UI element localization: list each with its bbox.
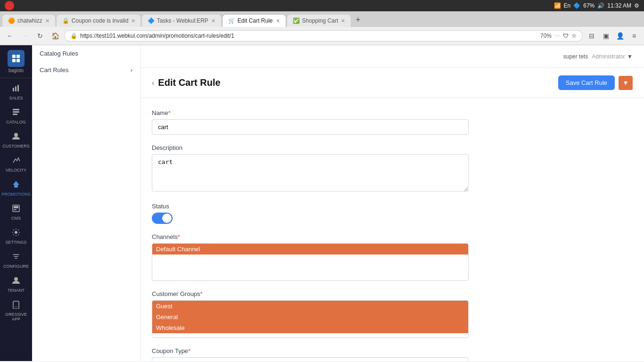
tab-label-shopping-cart: Shopping Cart [302,17,339,24]
tab-icon-coupon: 🔒 [62,17,69,24]
svg-rect-11 [14,185,18,188]
url-text: https://test101.webkul.com/admin/promoti… [80,33,537,39]
tab-close-coupon[interactable]: ✕ [131,18,135,24]
channels-multiselect[interactable]: Default Channel [152,243,469,281]
settings-label: SETTINGS [5,240,26,245]
sidebar-item-sales[interactable]: SALES [2,80,30,104]
menu-icon[interactable]: ≡ [628,30,640,42]
sidebar-item-tenant[interactable]: TENANT [2,272,30,296]
promotions-label: PROMOTIONS [1,192,31,197]
browser-toolbar-icons: ⊟ ▣ 👤 ≡ [586,30,640,42]
url-bar[interactable]: 🔒 https://test101.webkul.com/admin/promo… [64,30,583,41]
tab-close-edit-cart-rule[interactable]: ✕ [276,18,280,24]
status-toggle[interactable] [152,213,173,224]
coupon-type-select[interactable]: No Coupon Specific Coupon [152,357,469,361]
wifi-icon: 📶 [554,2,561,9]
tenant-icon [12,276,20,287]
tab-tasks[interactable]: 🔷 Tasks - Webkul:ERP ✕ [141,14,222,27]
svg-point-18 [16,306,17,307]
customer-group-wholesale[interactable]: Wholesale [152,322,468,333]
svg-rect-14 [14,209,17,210]
nav-item-catalog-rules[interactable]: Catalog Rules [32,45,140,62]
tab-close-tasks[interactable]: ✕ [211,18,215,24]
tab-label-edit-cart-rule: Edit Cart Rule [238,17,273,24]
coupon-type-label: Coupon Type* [152,347,469,354]
customer-groups-multiselect[interactable]: Guest General Wholesale [152,300,469,338]
tab-edit-cart-rule[interactable]: 🛒 Edit Cart Rule ✕ [222,14,286,27]
svg-rect-0 [12,55,16,58]
tab-label-coupon: Coupon code is invalid [72,17,129,24]
back-nav-button[interactable]: ← [4,30,16,42]
customer-group-general[interactable]: General [152,312,468,322]
profile-icon[interactable]: 👤 [614,30,626,42]
name-input[interactable] [152,119,469,135]
tab-label-chatwhizz: chatwhizz [17,17,42,24]
velocity-label: VELOCITY [6,168,27,173]
save-cart-rule-button[interactable]: Save Cart Rule [558,75,615,90]
home-button[interactable]: 🏠 [49,30,61,42]
address-bar: ← → ↻ 🏠 🔒 https://test101.webkul.com/adm… [0,27,644,45]
nav-sidebar: Catalog Rules Cart Rules › [32,45,140,361]
sidebar-item-configure[interactable]: CONFIGURE [2,248,30,272]
svg-rect-6 [17,85,19,91]
tenant-label: TENANT [8,288,25,293]
svg-point-10 [14,133,18,137]
pwa-label: GRESSIVE APP [4,312,28,321]
back-button[interactable]: ‹ [152,79,154,87]
svg-rect-13 [14,206,18,208]
user-menu[interactable]: super tets Administrator ▼ [563,53,633,60]
sidebar-item-customers[interactable]: CUSTOMERS [2,128,30,152]
velocity-icon [12,156,20,167]
settings-sidebar-icon [12,228,20,239]
page-header-left: ‹ Edit Cart Rule [152,77,221,88]
svg-rect-7 [13,109,19,110]
user-role: Administrator [592,53,625,60]
sidebar-item-settings[interactable]: SETTINGS [2,224,30,248]
channel-option-default[interactable]: Default Channel [152,244,468,255]
svg-point-16 [14,277,18,281]
tab-close-shopping-cart[interactable]: ✕ [341,18,345,24]
dropdown-toggle[interactable]: ▾ [619,76,633,90]
svg-rect-9 [13,114,17,115]
channels-label: Channels* [152,233,469,240]
sidebar-item-velocity[interactable]: VELOCITY [2,152,30,176]
sidebar-item-catalog[interactable]: CATALOG [2,104,30,128]
description-field-group: Description cart [152,144,469,193]
status-label: Status [152,203,469,210]
status-field-group: Status [152,203,469,224]
channels-field-group: Channels* Default Channel [152,233,469,281]
nav-item-cart-rules[interactable]: Cart Rules › [32,62,140,78]
page-header: ‹ Edit Cart Rule Save Cart Rule ▾ [140,68,644,98]
collections-icon[interactable]: ⊟ [586,30,598,42]
main-layout: bagisto SALES CATALOG [0,45,644,361]
battery-indicator: 67% [583,2,594,9]
forward-nav-button[interactable]: → [19,30,31,42]
reload-button[interactable]: ↻ [34,30,46,42]
description-textarea[interactable]: cart [152,154,469,192]
app-logo-icon [8,50,25,67]
configure-icon [12,252,20,263]
svg-rect-1 [17,55,20,58]
clock: 11:32 AM [607,2,631,9]
description-label: Description [152,144,469,151]
sidebar-item-promotions[interactable]: PROMOTIONS [2,176,30,200]
configure-label: CONFIGURE [3,264,29,269]
main-content: super tets Administrator ▼ ‹ Edit Cart R… [140,45,644,361]
tab-shopping-cart[interactable]: ✅ Shopping Cart ✕ [287,14,352,27]
customer-group-guest[interactable]: Guest [152,301,468,312]
svg-rect-3 [17,59,20,62]
page-header-right: Save Cart Rule ▾ [558,75,633,90]
tab-close-chatwhizz[interactable]: ✕ [45,18,50,24]
svg-rect-4 [13,88,14,91]
zoom-control[interactable]: 70% [540,33,552,39]
customers-label: CUSTOMERS [2,144,29,148]
sidebar-item-cms[interactable]: CMS [2,200,30,224]
tab-chatwhizz[interactable]: 🟠 chatwhizz ✕ [2,14,56,27]
new-tab-button[interactable]: + [352,13,364,27]
sidebar-item-pwa[interactable]: GRESSIVE APP [2,296,30,325]
customer-groups-label: Customer Groups* [152,290,469,297]
split-view-icon[interactable]: ▣ [600,30,612,42]
tab-coupon[interactable]: 🔒 Coupon code is invalid ✕ [56,14,141,27]
sales-icon [12,84,20,95]
tabs-bar: 🟠 chatwhizz ✕ 🔒 Coupon code is invalid ✕… [0,11,644,27]
